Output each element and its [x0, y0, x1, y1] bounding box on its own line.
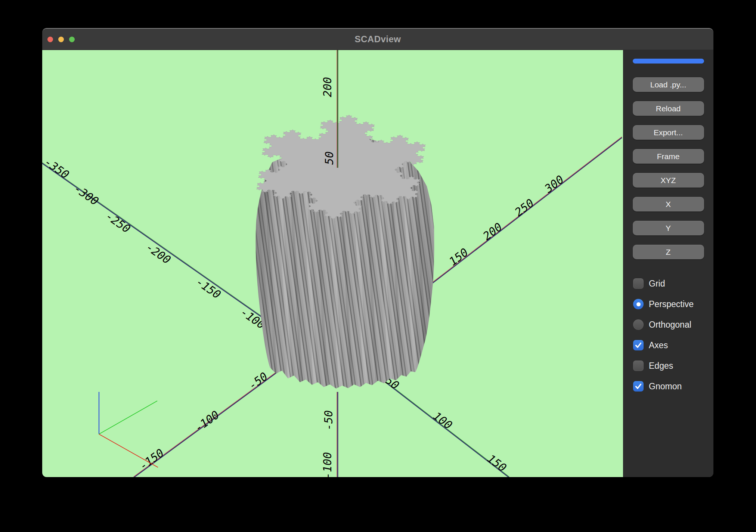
- axis-tick-label: 150: [485, 452, 509, 474]
- desktop-background: { "window": { "title": "SCADview", "traf…: [0, 0, 756, 532]
- axis-tick-label: 100: [431, 409, 455, 432]
- button-y[interactable]: Y: [633, 221, 704, 235]
- axis-tick-label: -100: [321, 452, 334, 477]
- toggle-stack: GridPerspectiveOrthogonalAxesEdgesGnomon: [633, 278, 694, 402]
- toggle-label: Perspective: [649, 299, 694, 309]
- radio-orthogonal[interactable]: [633, 319, 644, 330]
- toggle-label: Gnomon: [649, 381, 682, 392]
- checkbox-gnomon[interactable]: [633, 381, 644, 392]
- axis-tick-label: -300: [71, 182, 101, 208]
- progress-bar: [633, 59, 704, 64]
- checkbox-edges[interactable]: [633, 361, 644, 371]
- radio-perspective[interactable]: [633, 299, 644, 309]
- model-twisted-koch-extrusion: [256, 115, 434, 389]
- toggle-edges[interactable]: Edges: [633, 361, 694, 371]
- toggle-grid[interactable]: Grid: [633, 278, 694, 289]
- button-x[interactable]: X: [633, 197, 704, 211]
- axis-tick-label: 200: [481, 220, 505, 243]
- button-label: Export...: [654, 128, 683, 137]
- button-label: Frame: [657, 152, 680, 161]
- button-reload[interactable]: Reload: [633, 101, 704, 116]
- toggle-label: Edges: [649, 361, 673, 371]
- toggle-perspective[interactable]: Perspective: [633, 299, 694, 309]
- axis-tick-label: 150: [447, 245, 471, 268]
- axis-tick-label: -50: [322, 410, 335, 430]
- button-frame[interactable]: Frame: [633, 149, 704, 164]
- close-button[interactable]: [47, 37, 53, 42]
- axis-tick-label: 250: [512, 196, 536, 219]
- zoom-button[interactable]: [69, 37, 75, 42]
- axis-tick-label: -100: [192, 408, 221, 434]
- gnomon-x-axis: [99, 434, 158, 467]
- axis-tick-label: -250: [103, 209, 133, 235]
- axis-z-below: [337, 392, 338, 477]
- checkbox-axes[interactable]: [633, 340, 644, 350]
- button-export[interactable]: Export...: [633, 125, 704, 140]
- sidebar: Load .py...ReloadExport...FrameXYZXYZ Gr…: [623, 50, 713, 477]
- titlebar[interactable]: SCADview: [42, 29, 713, 50]
- axis-tick-label: -50: [246, 369, 270, 392]
- axis-tick-label: -150: [137, 446, 166, 473]
- button-label: Reload: [656, 104, 681, 113]
- traffic-lights: [47, 37, 75, 42]
- button-label: XYZ: [661, 176, 676, 185]
- scadview-window: SCADview -350-300-250-200-150-1001001502…: [42, 28, 713, 477]
- radio-dot: [636, 302, 641, 306]
- axis-tick-label: 50: [323, 151, 336, 165]
- toggle-label: Grid: [649, 279, 665, 289]
- button-label: Load .py...: [650, 80, 687, 89]
- button-z[interactable]: Z: [633, 245, 704, 259]
- toggle-orthogonal[interactable]: Orthogonal: [633, 319, 694, 330]
- button-label: Z: [666, 248, 671, 257]
- viewport-3d[interactable]: -350-300-250-200-150-100100150200250300-…: [42, 50, 623, 477]
- axis-x-positive: [403, 137, 622, 306]
- toggle-label: Axes: [649, 340, 668, 350]
- window-title: SCADview: [42, 34, 713, 44]
- button-load-py[interactable]: Load .py...: [633, 77, 704, 92]
- toggle-label: Orthogonal: [649, 320, 691, 330]
- gnomon-y-axis: [99, 401, 157, 434]
- button-label: X: [666, 200, 671, 209]
- minimize-button[interactable]: [58, 37, 64, 42]
- checkbox-grid[interactable]: [633, 278, 644, 289]
- axis-tick-label: 300: [542, 173, 566, 195]
- axis-tick-label: -350: [42, 155, 72, 181]
- toggle-axes[interactable]: Axes: [633, 340, 694, 350]
- axis-tick-label: 200: [321, 77, 334, 97]
- button-stack: Load .py...ReloadExport...FrameXYZXYZ: [633, 77, 704, 269]
- button-xyz[interactable]: XYZ: [633, 173, 704, 188]
- button-label: Y: [666, 224, 671, 233]
- toggle-gnomon[interactable]: Gnomon: [633, 381, 694, 392]
